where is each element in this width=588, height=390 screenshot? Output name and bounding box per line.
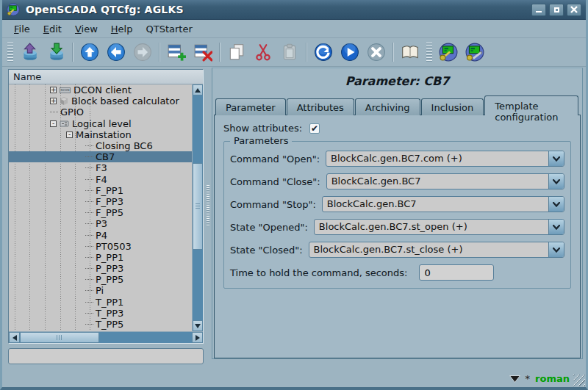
tree-item-block-calculator[interactable]: + Block based calculator [9,95,192,106]
go-up-button[interactable] [77,40,102,64]
state-closed-combobox[interactable]: BlockCalc.gen.BC7.st_close (+) [309,242,564,258]
toolbar-drag-handle[interactable] [7,43,13,62]
tree-item-f-pp1[interactable]: F_PP1 [9,185,192,196]
tree-guide-stub [85,190,93,191]
command-stop-combobox[interactable]: BlockCalc.gen.BC7 [322,196,564,212]
stop-button[interactable] [364,40,389,64]
tree-item-pi[interactable]: Pi [9,285,192,296]
combobox-drop-button[interactable] [548,151,564,166]
tab-inclusion[interactable]: Inclusion [421,98,484,115]
tab-template-configuration[interactable]: Template configuration [484,95,578,115]
combobox-value: BlockCalc.gen.BC7 [327,174,548,189]
start-button[interactable] [337,40,362,64]
tree-item-label: T_PP5 [96,319,123,330]
tree-viewport[interactable]: + DCON DCON client + Block based calcula… [9,84,192,331]
qtstarter-config-button[interactable] [436,40,461,64]
refresh-button[interactable] [311,40,336,64]
toolbar-drag-handle[interactable] [426,43,432,62]
toolbar-separator [72,43,74,62]
tree-item-dcon-client[interactable]: + DCON DCON client [9,84,192,95]
combobox-drop-button[interactable] [548,197,564,212]
expander-icon[interactable]: + [50,98,57,104]
close-button[interactable] [567,4,581,16]
tree-item-label: P_PP1 [96,252,123,263]
minimize-button[interactable] [531,4,546,16]
menu-edit[interactable]: Edit [37,21,68,37]
delete-item-button[interactable] [190,40,215,64]
resize-grip[interactable] [573,375,585,386]
expander-icon[interactable]: + [50,87,57,93]
tree-header[interactable]: Name [9,70,203,84]
tab-parameter[interactable]: Parameter [215,98,286,115]
combobox-drop-button[interactable] [548,242,564,257]
tree-horizontal-scrollbar[interactable] [9,331,203,343]
tree-item-logical-level[interactable]: - Logical level [9,118,192,129]
tree-guide-stub [85,145,93,146]
add-item-button[interactable] [164,40,189,64]
scroll-up-button[interactable] [193,84,203,95]
tree-guide-stub [50,112,58,112]
tree-item-cb7-selected[interactable]: CB7 [9,151,192,162]
scroll-right-button[interactable] [192,332,203,343]
field-label: Command "Open": [230,154,320,165]
tree-item-pt0503[interactable]: PT0503 [9,241,192,252]
tree-item-t-pp1[interactable]: T_PP1 [9,297,192,308]
tree-item-p4[interactable]: P4 [9,229,192,240]
tab-archiving[interactable]: Archiving [355,98,420,115]
tree-filter-input[interactable] [8,348,204,364]
vertical-scroll-track[interactable] [193,95,203,320]
tree-item-t-pp5[interactable]: T_PP5 [9,319,192,330]
show-attributes-checkbox[interactable]: ✔ [309,123,320,134]
combobox-drop-button[interactable] [548,174,564,189]
client-area: Name + DCON DCON client + Block based ca… [6,68,584,369]
save-to-db-button[interactable] [43,40,68,64]
expander-icon[interactable]: - [66,131,73,138]
qtstarter-tools-button[interactable] [462,40,487,64]
go-forward-button[interactable] [130,40,155,64]
menu-qtstarter[interactable]: QTStarter [140,21,198,37]
vertical-scroll-thumb[interactable] [193,163,203,250]
tree-item-p-pp5[interactable]: P_PP5 [9,274,192,285]
command-close-combobox[interactable]: BlockCalc.gen.BC7 [326,173,564,189]
tree-item-t-pp3[interactable]: T_PP3 [9,308,192,319]
tray-triangle-icon[interactable] [509,375,520,383]
horizontal-scroll-track[interactable] [20,332,192,343]
load-from-db-button[interactable] [17,40,42,64]
paste-item-button[interactable] [277,40,302,64]
field-label: Time to hold the command, seconds: [230,267,407,278]
scroll-down-button[interactable] [193,320,203,331]
tree-guide-stub [85,268,93,269]
tree-item-f3[interactable]: F3 [9,162,192,173]
go-back-button[interactable] [104,40,129,64]
command-open-combobox[interactable]: BlockCalc.gen.BC7.com (+) [326,151,564,167]
hold-time-input[interactable] [419,264,494,281]
tree-item-gpio[interactable]: GPIO [9,106,192,118]
menu-view[interactable]: View [69,21,104,37]
title-bar[interactable]: OpenSCADA QTCfg: AGLKS [2,0,586,20]
menu-file[interactable]: File [8,21,36,37]
status-bar: * roman [2,370,586,387]
tab-bar: Parameter Attributes Archiving Inclusion… [214,95,581,115]
tree-item-p-pp1[interactable]: P_PP1 [9,252,192,263]
tree-item-p3[interactable]: P3 [9,218,192,229]
menu-help[interactable]: Help [105,21,139,37]
tree-item-closing-bc6[interactable]: Closing BC6 [9,140,192,151]
tree-item-p-pp3[interactable]: P_PP3 [9,263,192,274]
scroll-left-button[interactable] [9,332,20,343]
tab-attributes[interactable]: Attributes [287,98,354,115]
maximize-button[interactable] [549,4,564,16]
panel-splitter[interactable] [205,69,211,364]
tree-vertical-scrollbar[interactable] [192,84,203,331]
status-user[interactable]: roman [535,373,570,384]
tree-item-f-pp3[interactable]: F_PP3 [9,196,192,207]
manual-button[interactable] [398,40,423,64]
state-opened-combobox[interactable]: BlockCalc.gen.BC7.st_open (+) [314,219,564,235]
copy-item-button[interactable] [224,40,249,64]
horizontal-scroll-thumb[interactable] [20,332,99,343]
cut-item-button[interactable] [251,40,276,64]
tree-item-f-pp5[interactable]: F_PP5 [9,207,192,218]
combobox-drop-button[interactable] [548,220,564,234]
tree-item-mainstation[interactable]: - Mainstation [9,129,192,140]
tree-item-f4[interactable]: F4 [9,174,192,185]
expander-icon[interactable]: - [50,120,57,127]
